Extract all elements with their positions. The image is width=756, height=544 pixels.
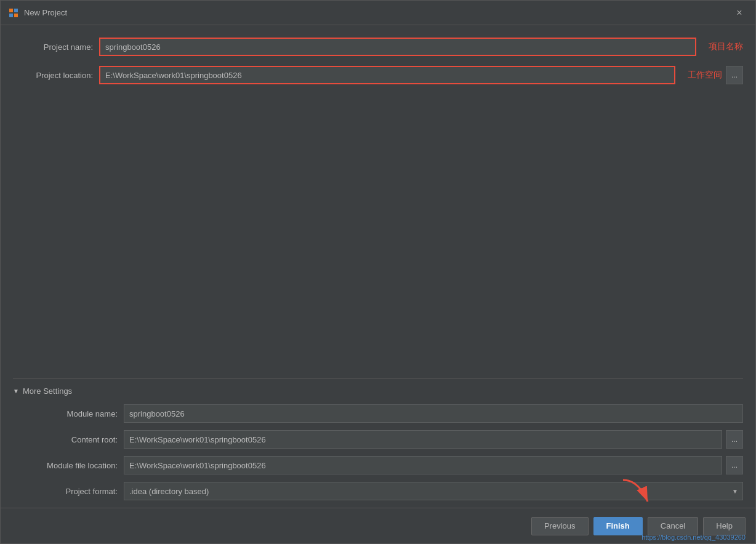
project-name-row: Project name: 项目名称 bbox=[13, 38, 743, 56]
module-name-input[interactable] bbox=[124, 404, 743, 423]
content-root-input-wrap: ... bbox=[124, 430, 743, 449]
module-file-location-browse-button[interactable]: ... bbox=[726, 456, 743, 474]
project-format-input-wrap: .idea (directory based) .ipr (file based… bbox=[124, 482, 743, 500]
bottom-bar: Previous Finish Cancel Help https://blog… bbox=[1, 508, 755, 543]
more-settings-toggle[interactable]: ▼ More Settings bbox=[13, 386, 743, 396]
project-location-row: Project location: 工作空间 ... bbox=[13, 66, 743, 84]
svg-rect-1 bbox=[14, 9, 18, 12]
more-settings-section: ▼ More Settings Module name: Content ro bbox=[13, 378, 743, 508]
project-location-input-wrap: 工作空间 ... bbox=[99, 66, 743, 84]
module-file-location-row: Module file location: ... bbox=[13, 456, 743, 474]
previous-button[interactable]: Previous bbox=[531, 517, 589, 535]
project-location-hint: 工作空间 bbox=[688, 70, 722, 81]
project-format-label: Project format: bbox=[13, 487, 124, 496]
content-root-row: Content root: ... bbox=[13, 430, 743, 449]
content-spacer bbox=[13, 94, 743, 378]
module-file-location-input[interactable] bbox=[124, 456, 722, 474]
help-button[interactable]: Help bbox=[703, 517, 746, 535]
app-icon bbox=[8, 7, 19, 18]
bottom-url: https://blog.csdn.net/qq_43039260 bbox=[641, 534, 746, 541]
project-name-label: Project name: bbox=[13, 42, 99, 52]
content-root-label: Content root: bbox=[13, 435, 124, 444]
content-root-browse-button[interactable]: ... bbox=[726, 430, 743, 449]
close-button[interactable]: × bbox=[731, 4, 748, 22]
module-name-label: Module name: bbox=[13, 409, 124, 418]
title-bar: New Project × bbox=[1, 1, 755, 25]
module-name-row: Module name: bbox=[13, 404, 743, 423]
finish-button[interactable]: Finish bbox=[593, 517, 643, 535]
project-format-select[interactable]: .idea (directory based) .ipr (file based… bbox=[124, 482, 743, 500]
project-format-select-wrap: .idea (directory based) .ipr (file based… bbox=[124, 482, 743, 500]
svg-rect-3 bbox=[14, 14, 18, 17]
cancel-button[interactable]: Cancel bbox=[648, 517, 698, 535]
module-file-location-input-wrap: ... bbox=[124, 456, 743, 474]
project-format-row: Project format: .idea (directory based) … bbox=[13, 482, 743, 500]
more-settings-label: More Settings bbox=[23, 386, 72, 396]
dialog-title: New Project bbox=[24, 8, 731, 17]
content-root-input[interactable] bbox=[124, 430, 722, 449]
project-name-input[interactable] bbox=[99, 38, 696, 56]
project-location-input[interactable] bbox=[99, 66, 675, 84]
svg-rect-2 bbox=[9, 14, 13, 17]
project-location-browse-button[interactable]: ... bbox=[726, 66, 743, 84]
module-file-location-label: Module file location: bbox=[13, 461, 124, 470]
svg-rect-0 bbox=[9, 9, 13, 12]
project-location-label: Project location: bbox=[13, 71, 99, 80]
project-name-hint: 项目名称 bbox=[709, 41, 743, 52]
new-project-dialog: New Project × Project name: 项目名称 Project… bbox=[0, 0, 756, 544]
module-name-input-wrap bbox=[124, 404, 743, 423]
more-settings-arrow-icon: ▼ bbox=[13, 388, 19, 394]
project-name-input-wrap: 项目名称 bbox=[99, 38, 743, 56]
more-settings-fields: Module name: Content root: ... bbox=[13, 404, 743, 500]
dialog-content: Project name: 项目名称 Project location: 工作空… bbox=[1, 25, 755, 508]
